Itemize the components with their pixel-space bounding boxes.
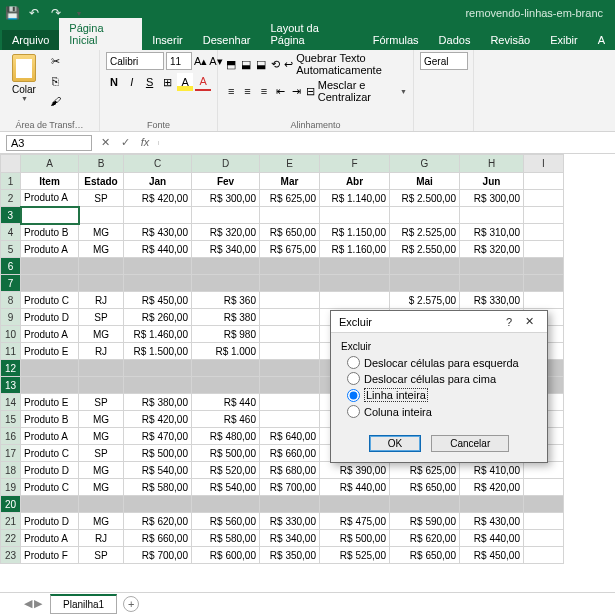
merge-center-button[interactable]: ⊟Mesclar e Centralizar▼ (306, 79, 407, 103)
cell[interactable]: R$ 360 (192, 292, 260, 309)
cell[interactable] (390, 496, 460, 513)
cell[interactable] (79, 207, 124, 224)
cell[interactable] (524, 241, 564, 258)
tab-nav-prev-icon[interactable]: ◀ (24, 597, 32, 610)
fill-color-button[interactable]: A (177, 73, 193, 91)
cell[interactable] (260, 343, 320, 360)
decrease-indent-icon[interactable]: ⇤ (273, 82, 287, 100)
cancel-formula-icon[interactable]: ✕ (96, 136, 114, 149)
cell[interactable] (260, 292, 320, 309)
tab-draw[interactable]: Desenhar (193, 30, 261, 50)
font-size-select[interactable] (166, 52, 192, 70)
cell[interactable] (390, 258, 460, 275)
italic-button[interactable]: I (124, 73, 140, 91)
row-header-16[interactable]: 16 (1, 428, 21, 445)
cell[interactable] (524, 173, 564, 190)
cell[interactable]: Produto C (21, 292, 79, 309)
cell[interactable]: R$ 620,00 (124, 513, 192, 530)
cell[interactable]: R$ 540,00 (124, 462, 192, 479)
cell[interactable] (124, 207, 192, 224)
cell[interactable]: MG (79, 513, 124, 530)
cell[interactable]: RJ (79, 343, 124, 360)
cell[interactable] (79, 275, 124, 292)
cell[interactable]: R$ 300,00 (460, 190, 524, 207)
tab-more[interactable]: A (588, 30, 615, 50)
cell[interactable]: R$ 420,00 (124, 411, 192, 428)
cell[interactable] (390, 275, 460, 292)
cell[interactable]: R$ 625,00 (390, 462, 460, 479)
cell[interactable] (320, 207, 390, 224)
align-left-icon[interactable]: ≡ (224, 82, 238, 100)
cell[interactable]: R$ 330,00 (460, 292, 524, 309)
cell[interactable]: SP (79, 394, 124, 411)
cell[interactable]: R$ 450,00 (124, 292, 192, 309)
cell[interactable]: R$ 650,00 (390, 479, 460, 496)
cell[interactable] (124, 275, 192, 292)
cell[interactable]: MG (79, 326, 124, 343)
font-color-button[interactable]: A (195, 73, 211, 91)
cell[interactable] (320, 496, 390, 513)
row-header-3[interactable]: 3 (1, 207, 21, 224)
cell[interactable]: R$ 1.160,00 (320, 241, 390, 258)
redo-icon[interactable]: ↷ (48, 5, 64, 21)
save-icon[interactable]: 💾 (4, 5, 20, 21)
cell[interactable] (390, 207, 460, 224)
radio-shift-up[interactable]: Deslocar células para cima (347, 372, 537, 385)
row-header-20[interactable]: 20 (1, 496, 21, 513)
cell[interactable] (192, 258, 260, 275)
cell[interactable]: R$ 1.140,00 (320, 190, 390, 207)
paste-dropdown-icon[interactable]: ▼ (21, 95, 28, 102)
row-header-2[interactable]: 2 (1, 190, 21, 207)
tab-home[interactable]: Página Inicial (59, 18, 142, 50)
fx-icon[interactable]: fx (136, 136, 154, 149)
cell[interactable] (524, 292, 564, 309)
col-header-A[interactable]: A (21, 155, 79, 173)
cell[interactable] (260, 394, 320, 411)
cell[interactable]: R$ 420,00 (124, 190, 192, 207)
tab-insert[interactable]: Inserir (142, 30, 193, 50)
cell-header[interactable]: Jan (124, 173, 192, 190)
increase-font-icon[interactable]: A▴ (194, 52, 207, 70)
col-header-H[interactable]: H (460, 155, 524, 173)
col-header-C[interactable]: C (124, 155, 192, 173)
cell[interactable]: R$ 2.550,00 (390, 241, 460, 258)
cell[interactable]: R$ 640,00 (260, 428, 320, 445)
cell[interactable] (260, 309, 320, 326)
cell[interactable]: R$ 340,00 (260, 530, 320, 547)
cell[interactable]: Produto E (21, 343, 79, 360)
cell-header[interactable]: Mar (260, 173, 320, 190)
cell[interactable] (460, 496, 524, 513)
cell[interactable]: R$ 320,00 (460, 241, 524, 258)
cell[interactable] (524, 190, 564, 207)
cell[interactable]: $ 2.575,00 (390, 292, 460, 309)
cell[interactable]: RJ (79, 530, 124, 547)
bold-button[interactable]: N (106, 73, 122, 91)
row-header-13[interactable]: 13 (1, 377, 21, 394)
cell[interactable]: R$ 420,00 (460, 479, 524, 496)
cell[interactable] (260, 275, 320, 292)
tab-page-layout[interactable]: Layout da Página (260, 18, 362, 50)
cell[interactable] (524, 275, 564, 292)
cell[interactable]: Produto A (21, 241, 79, 258)
cell[interactable] (124, 360, 192, 377)
cell[interactable]: R$ 650,00 (260, 224, 320, 241)
cell[interactable]: R$ 430,00 (124, 224, 192, 241)
cell[interactable]: R$ 320,00 (192, 224, 260, 241)
cell[interactable]: SP (79, 445, 124, 462)
cell[interactable]: R$ 540,00 (192, 479, 260, 496)
cell[interactable]: SP (79, 547, 124, 564)
cell[interactable] (21, 258, 79, 275)
cell[interactable]: R$ 300,00 (192, 190, 260, 207)
format-painter-icon[interactable]: 🖌 (46, 92, 64, 110)
cancel-button[interactable]: Cancelar (431, 435, 509, 452)
tab-review[interactable]: Revisão (480, 30, 540, 50)
cell[interactable]: Produto F (21, 547, 79, 564)
cell[interactable]: R$ 500,00 (124, 445, 192, 462)
cell[interactable]: Produto E (21, 394, 79, 411)
cell[interactable] (524, 496, 564, 513)
paste-button[interactable]: Colar ▼ (6, 52, 42, 110)
cell[interactable] (21, 207, 79, 224)
name-box[interactable] (6, 135, 92, 151)
row-header-1[interactable]: 1 (1, 173, 21, 190)
cell[interactable]: R$ 440,00 (124, 241, 192, 258)
